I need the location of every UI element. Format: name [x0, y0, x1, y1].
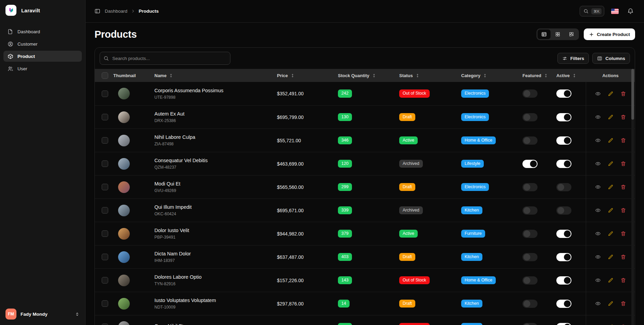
create-product-button[interactable]: Create Product — [584, 28, 635, 40]
view-action-button[interactable] — [595, 254, 601, 260]
edit-action-button[interactable] — [608, 207, 614, 213]
main-area: Dashboard Products ⌘K — [86, 0, 644, 325]
edit-action-button[interactable] — [608, 91, 614, 97]
featured-toggle[interactable] — [522, 113, 538, 121]
featured-toggle[interactable] — [522, 183, 538, 191]
pencil-icon — [608, 231, 614, 237]
column-header-status[interactable]: Status — [397, 69, 459, 82]
delete-action-button[interactable] — [620, 254, 626, 260]
edit-action-button[interactable] — [608, 277, 614, 283]
filters-button[interactable]: Filters — [557, 53, 589, 64]
product-thumbnail — [118, 135, 130, 146]
featured-toggle[interactable] — [522, 136, 538, 145]
view-action-button[interactable] — [595, 277, 601, 283]
active-toggle[interactable] — [556, 89, 571, 98]
columns-button[interactable]: Columns — [592, 53, 630, 64]
edit-action-button[interactable] — [608, 301, 614, 306]
active-toggle[interactable] — [556, 253, 571, 261]
column-header-price[interactable]: Price — [274, 69, 336, 82]
active-toggle[interactable] — [556, 323, 571, 325]
view-table-button[interactable] — [538, 29, 551, 39]
row-checkbox[interactable] — [102, 91, 108, 97]
view-grid-button[interactable] — [551, 29, 564, 39]
sidebar-item-product[interactable]: Product — [3, 51, 82, 62]
active-toggle[interactable] — [556, 276, 571, 285]
breadcrumb-dashboard-link[interactable]: Dashboard — [105, 9, 127, 14]
view-action-button[interactable] — [595, 301, 601, 306]
column-header-active[interactable]: Active — [555, 69, 586, 82]
edit-action-button[interactable] — [608, 184, 614, 190]
featured-toggle[interactable] — [522, 323, 538, 325]
featured-toggle[interactable] — [522, 253, 538, 261]
column-header-featured[interactable]: Featured — [521, 69, 555, 82]
delete-action-button[interactable] — [620, 184, 626, 190]
active-toggle[interactable] — [556, 160, 571, 168]
product-name: Autem Ex Aut — [154, 111, 185, 117]
delete-action-button[interactable] — [620, 231, 626, 237]
view-action-button[interactable] — [595, 161, 601, 167]
delete-action-button[interactable] — [620, 277, 626, 283]
row-thumbnail-cell — [113, 82, 154, 105]
edit-action-button[interactable] — [608, 114, 614, 120]
product-price: $695,671.00 — [277, 208, 304, 213]
row-name-cell: Modi Qui Et GVU-49269 — [154, 176, 274, 198]
row-category-cell: Kitchen — [459, 199, 521, 222]
delete-action-button[interactable] — [620, 137, 626, 143]
row-checkbox[interactable] — [102, 207, 108, 214]
active-toggle[interactable] — [556, 136, 571, 145]
row-checkbox[interactable] — [102, 277, 108, 284]
row-checkbox[interactable] — [102, 137, 108, 144]
delete-action-button[interactable] — [620, 161, 626, 167]
eye-icon — [595, 254, 601, 260]
column-header-stock[interactable]: Stock Quantity — [336, 69, 397, 82]
view-action-button[interactable] — [595, 114, 601, 120]
row-checkbox[interactable] — [102, 184, 108, 190]
notifications-button[interactable] — [626, 7, 635, 16]
delete-action-button[interactable] — [620, 91, 626, 97]
sidebar-toggle-button[interactable] — [92, 7, 102, 16]
column-header-name[interactable]: Name — [154, 69, 274, 82]
sidebar-item-customer[interactable]: Customer — [3, 38, 82, 49]
language-flag-icon[interactable] — [611, 9, 619, 14]
featured-toggle[interactable] — [522, 89, 538, 98]
delete-action-button[interactable] — [620, 207, 626, 213]
edit-action-button[interactable] — [608, 161, 614, 167]
select-all-checkbox[interactable] — [102, 72, 108, 79]
featured-toggle[interactable] — [522, 230, 538, 238]
active-toggle[interactable] — [556, 113, 571, 121]
featured-toggle[interactable] — [522, 160, 538, 168]
user-menu-button[interactable]: FM Fady Mondy — [3, 307, 82, 321]
row-checkbox[interactable] — [102, 300, 108, 307]
active-toggle[interactable] — [556, 183, 571, 191]
active-toggle[interactable] — [556, 230, 571, 238]
row-checkbox[interactable] — [102, 114, 108, 120]
global-search-button[interactable]: ⌘K — [580, 6, 604, 16]
search-products-input[interactable] — [100, 52, 230, 65]
row-checkbox[interactable] — [102, 324, 108, 325]
table-scrollbar-thumb[interactable] — [631, 69, 634, 120]
delete-action-button[interactable] — [620, 114, 626, 120]
featured-toggle[interactable] — [522, 276, 538, 285]
active-toggle[interactable] — [556, 206, 571, 215]
view-action-button[interactable] — [595, 137, 601, 143]
sidebar-item-user[interactable]: User — [3, 63, 82, 74]
edit-action-button[interactable] — [608, 231, 614, 237]
edit-action-button[interactable] — [608, 254, 614, 260]
view-action-button[interactable] — [595, 184, 601, 190]
active-toggle[interactable] — [556, 300, 571, 308]
delete-action-button[interactable] — [620, 301, 626, 306]
view-action-button[interactable] — [595, 231, 601, 237]
sidebar-item-dashboard[interactable]: Dashboard — [3, 26, 82, 37]
row-status-cell: Out of Stock — [397, 269, 459, 292]
table-row: Qui Illum Impedit OKC-60424 $695,671.00 … — [95, 198, 635, 222]
column-header-category[interactable]: Category — [459, 69, 521, 82]
featured-toggle[interactable] — [522, 300, 538, 308]
view-board-button[interactable] — [565, 29, 578, 39]
row-checkbox[interactable] — [102, 160, 108, 167]
featured-toggle[interactable] — [522, 206, 538, 215]
view-action-button[interactable] — [595, 91, 601, 97]
row-checkbox[interactable] — [102, 254, 108, 260]
view-action-button[interactable] — [595, 207, 601, 213]
row-checkbox[interactable] — [102, 230, 108, 237]
edit-action-button[interactable] — [608, 137, 614, 143]
